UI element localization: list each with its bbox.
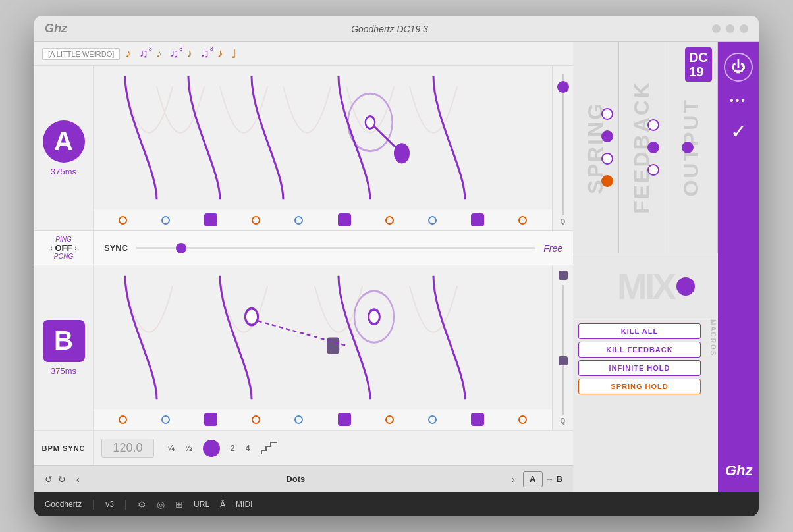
square-a-3[interactable] (471, 213, 484, 226)
bottom-nav: Dots (88, 474, 504, 484)
maximize-button[interactable] (726, 24, 734, 33)
redo-button[interactable]: ↻ (58, 474, 66, 485)
channel-a-circle[interactable]: A (43, 120, 85, 163)
channel-a-section: A 375ms (34, 66, 573, 231)
nav-right-arrow[interactable]: › (512, 474, 515, 485)
dot-a-6[interactable] (428, 216, 437, 225)
macros-vertical-label: MACROS (709, 319, 717, 398)
square-a-1[interactable] (204, 213, 217, 226)
dot-b-4[interactable] (294, 415, 303, 424)
channel-b-dots-row (94, 408, 552, 430)
channel-b-ms: 375ms (51, 366, 76, 376)
note-icon-6: ♫3 (200, 47, 209, 61)
window-controls (712, 24, 748, 33)
ab-b-label: B (557, 474, 562, 484)
channel-a-delay-area (94, 66, 552, 230)
feedback-knob-1[interactable] (647, 119, 659, 131)
minimize-button[interactable] (712, 24, 721, 33)
right-controls: SPRING FEEDBACK (573, 42, 759, 492)
dot-b-5[interactable] (385, 415, 394, 424)
channel-a-fader[interactable]: Q (552, 66, 573, 230)
macro-infinite-hold[interactable]: INFINITE HOLD (578, 360, 701, 376)
preset-name[interactable]: [A LITTLE WEIRDO] (42, 48, 120, 60)
dot-b-7[interactable] (518, 415, 527, 424)
dot-a-7[interactable] (518, 216, 527, 225)
fader-a-q-label: Q (561, 218, 566, 225)
bpm-divisions: ¹⁄₄ ¹⁄₂ 2 4 (162, 440, 573, 457)
ab-box-a[interactable]: A (523, 471, 543, 487)
dots-button[interactable]: ••• (730, 95, 747, 107)
midi-label[interactable]: MIDI (236, 500, 252, 509)
spring-knob-2[interactable] (601, 130, 613, 142)
dot-a-3[interactable] (252, 216, 260, 225)
macro-kill-feedback[interactable]: KILL FEEDBACK (578, 342, 701, 358)
bpm-div-quarter[interactable]: ¹⁄₄ (167, 444, 175, 453)
ping-pong-col: PING ‹ OFF › PONG (34, 231, 94, 265)
rhythm-icons: ♪ ♫3 ♪ ♫3 ♪ ♫3 ♪ ♩ (125, 47, 236, 61)
status-bar: Goodhertz | v3 | ⚙ ◎ ⊞ URL A̋ MIDI (34, 492, 759, 516)
right-sidebar: ⏻ ••• ✓ Ghz (718, 42, 759, 492)
settings-icon[interactable]: ⚙ (138, 499, 146, 510)
power-button[interactable]: ⏻ (724, 53, 753, 82)
mix-knob[interactable] (676, 277, 695, 296)
dot-a-2[interactable] (161, 216, 170, 225)
svg-point-4 (245, 309, 258, 325)
bpm-circle-knob[interactable] (203, 440, 220, 457)
macro-kill-all[interactable]: KILL ALL (578, 323, 701, 339)
nav-label: Dots (286, 474, 305, 484)
square-a-2[interactable] (338, 213, 351, 226)
sync-slider[interactable] (136, 247, 535, 249)
output-knob-1[interactable] (682, 142, 694, 153)
channel-b-square[interactable]: B (43, 320, 85, 362)
titlebar: Ghz Goodhertz DC19 3 (34, 16, 759, 42)
sync-label: SYNC (104, 243, 128, 253)
ping-off-control[interactable]: ‹ OFF › (50, 243, 77, 253)
channel-b-fader[interactable]: Q (552, 265, 573, 430)
bpm-label: BPM SYNC (41, 444, 85, 452)
channel-a-dots-row (94, 209, 552, 230)
feedback-knob-2[interactable] (647, 142, 659, 153)
bpm-row: BPM SYNC 120.0 ¹⁄₄ ¹⁄₂ 2 4 (34, 431, 573, 465)
dot-b-6[interactable] (428, 415, 437, 424)
ghz-logo-icon: Ghz (724, 458, 753, 479)
nav-left-arrow[interactable]: ‹ (76, 474, 80, 485)
square-b-2[interactable] (338, 413, 351, 426)
dot-b-1[interactable] (119, 415, 127, 424)
dot-a-1[interactable] (119, 216, 127, 225)
square-b-3[interactable] (471, 413, 484, 426)
fader-a-knob[interactable] (557, 81, 569, 93)
square-b-1[interactable] (204, 413, 217, 426)
spring-knob-3[interactable] (601, 153, 613, 165)
fader-b-q-label: Q (561, 417, 566, 425)
feedback-knob-3[interactable] (647, 164, 659, 176)
dot-b-2[interactable] (161, 415, 170, 424)
titlebar-title: Goodhertz DC19 3 (67, 24, 712, 34)
macro-spring-hold[interactable]: SPRING HOLD (578, 379, 701, 394)
svg-line-6 (258, 321, 346, 346)
spring-knob-4[interactable] (601, 175, 613, 187)
dot-b-3[interactable] (252, 415, 260, 424)
bpm-value[interactable]: 120.0 (101, 439, 154, 458)
sync-slider-thumb[interactable] (176, 243, 186, 253)
undo-button[interactable]: ↺ (45, 474, 53, 485)
fader-b-square-top[interactable] (559, 271, 568, 280)
spring-knob-1[interactable] (601, 108, 613, 120)
lang-icon[interactable]: A̋ (220, 500, 225, 509)
titlebar-logo: Ghz (45, 22, 67, 36)
dot-a-5[interactable] (385, 216, 394, 225)
output-knobs (682, 142, 694, 153)
bpm-div-2[interactable]: 2 (231, 444, 235, 453)
output-col: OUTPUT DC 19 (665, 42, 718, 253)
dot-a-4[interactable] (294, 216, 303, 225)
url-label[interactable]: URL (194, 500, 209, 509)
bpm-div-4[interactable]: 4 (246, 444, 250, 453)
channel-b-delay-area (94, 265, 552, 430)
check-button[interactable]: ✓ (730, 120, 747, 143)
fader-b-knob[interactable] (559, 356, 568, 365)
grid-icon[interactable]: ⊞ (175, 499, 183, 510)
bpm-div-half[interactable]: ¹⁄₂ (185, 444, 192, 453)
circle-icon[interactable]: ◎ (157, 499, 165, 510)
close-button[interactable] (740, 24, 748, 33)
sync-area: SYNC Free (94, 243, 573, 253)
channel-b-section: B 375ms (34, 265, 573, 431)
